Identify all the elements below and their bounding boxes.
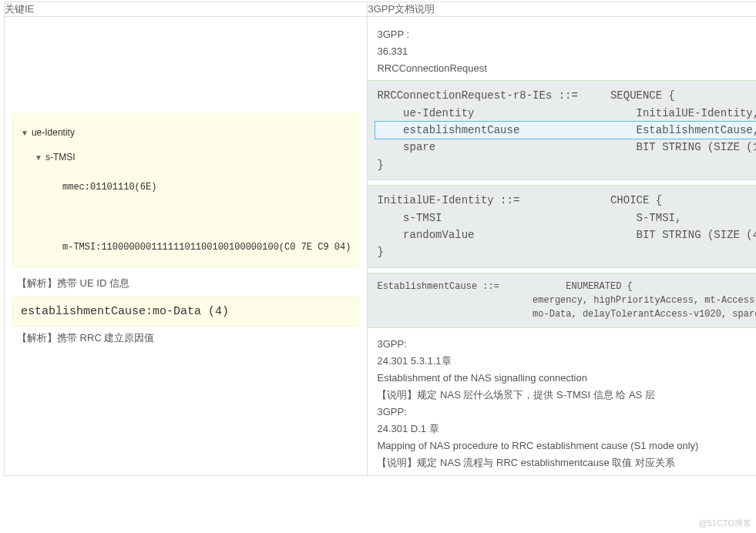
spec-ref-3: RRCConnectionRequest <box>377 60 756 77</box>
analysis-text-1: 【解析】携带 UE ID 信息 <box>12 272 359 297</box>
header-left: 关键IE <box>5 2 368 17</box>
asn3-l1a: EstablishmentCause ::= <box>377 281 499 292</box>
asn2-l2a: s-TMSI <box>377 212 442 224</box>
asn2-l1a: InitialUE-Identity ::= <box>377 194 519 206</box>
spec-table: 关键IE 3GPP文档说明 ▼ue-Identity ▼s-TMSI mmec:… <box>4 2 756 476</box>
doc-line-8: 【说明】规定 NAS 流程与 RRC establishmentcause 取值… <box>377 454 756 471</box>
asn-block-1: RRCConnectionRequest-r8-IEs ::= SEQUENCE… <box>368 80 756 180</box>
asn3-l3: mo-Data, delayTolerantAccess-v1020, spar… <box>377 309 756 320</box>
header-right: 3GPP文档说明 <box>368 2 756 17</box>
asn1-l3b: EstablishmentCause, <box>637 124 756 136</box>
asn2-l4: } <box>377 246 383 258</box>
asn2-l2b: S-TMSI, <box>637 212 682 224</box>
analysis-text-2: 【解析】携带 RRC 建立原因值 <box>12 327 359 351</box>
triangle-down-icon: ▼ <box>35 151 42 164</box>
asn2-l1b: CHOICE { <box>610 194 662 206</box>
asn1-l4b: BIT STRING (SIZE (1)) <box>637 141 756 153</box>
tree-s-tmsi: s-TMSI <box>45 152 76 163</box>
asn1-l2a: ue-Identity <box>377 107 474 119</box>
asn1-l1b: SEQUENCE { <box>610 89 675 102</box>
spec-ref-2: 36.331 <box>377 43 756 60</box>
triangle-down-icon: ▼ <box>21 126 29 139</box>
asn-block-2: InitialUE-Identity ::= CHOICE { s-TMSI S… <box>368 185 756 268</box>
asn3-l2: emergency, highPriorityAccess, mt-Access… <box>377 295 756 306</box>
tree-ue-identity: ue-Identity <box>32 127 75 138</box>
asn1-l4a: spare <box>377 141 435 153</box>
doc-line-5: 3GPP: <box>377 404 756 421</box>
asn2-l3b: BIT STRING (SIZE (40)) <box>637 229 756 241</box>
tree-mmec: mmec:01101110(6E) <box>21 179 351 195</box>
doc-line-3: Establishment of the NAS signalling conn… <box>377 370 756 387</box>
asn2-l3a: randomValue <box>377 229 474 241</box>
asn1-l2b: InitialUE-Identity, <box>637 107 756 119</box>
asn-block-3: EstablishmentCause ::= ENUMERATED { emer… <box>368 273 756 328</box>
establishment-cause-code: establishmentCause:mo-Data (4) <box>12 297 359 327</box>
doc-line-4: 【说明】规定 NAS 层什么场景下，提供 S-TMSI 信息 给 AS 层 <box>377 387 756 404</box>
cell-left: ▼ue-Identity ▼s-TMSI mmec:01101110(6E) m… <box>5 17 368 476</box>
spec-ref-1: 3GPP : <box>377 26 756 43</box>
cell-right: 3GPP : 36.331 RRCConnectionRequest RRCCo… <box>368 17 756 476</box>
ie-tree-box: ▼ue-Identity ▼s-TMSI mmec:01101110(6E) m… <box>12 113 359 267</box>
doc-line-2: 24.301 5.3.1.1章 <box>377 353 756 370</box>
asn1-l3a: establishmentCause <box>377 124 519 136</box>
doc-line-1: 3GPP: <box>377 336 756 353</box>
asn3-l1b: ENUMERATED { <box>566 281 632 292</box>
doc-line-7: Mapping of NAS procedure to RRC establis… <box>377 437 756 454</box>
tree-m-tmsi: m-TMSI:11000000011111101100100100000100(… <box>21 240 351 255</box>
asn1-l5: } <box>377 159 383 171</box>
asn1-l1a: RRCConnectionRequest-r8-IEs ::= <box>377 89 577 102</box>
doc-line-6: 24.301 D.1 章 <box>377 421 756 437</box>
